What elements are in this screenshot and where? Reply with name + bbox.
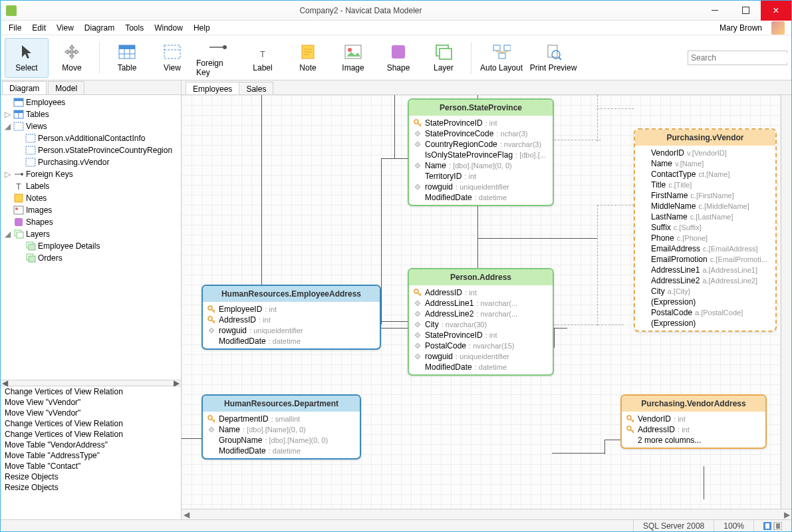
tree-item[interactable]: Images: [1, 204, 181, 216]
tree-item[interactable]: ◢Layers: [1, 228, 181, 240]
print-preview-button[interactable]: Print Preview: [527, 38, 579, 78]
column-row[interactable]: TerritoryID: int: [409, 171, 553, 182]
foreign-key-button[interactable]: Foreign Key: [196, 38, 239, 78]
status-zoom[interactable]: 100%: [714, 520, 753, 532]
column-row[interactable]: EmployeeID: int: [203, 304, 380, 315]
history-item[interactable]: Move Table "Contact": [1, 461, 181, 471]
history-item[interactable]: Change Vertices of View Relation: [1, 429, 181, 440]
menu-tools[interactable]: Tools: [120, 22, 149, 34]
column-row[interactable]: AddressLine1: nvarchar(...: [409, 298, 553, 309]
column-row[interactable]: City: nvarchar(30): [409, 319, 553, 330]
column-row[interactable]: LastName c.[LastName]: [635, 211, 775, 222]
entity-vendoraddress[interactable]: Purchasing.VendorAddress VendorID: intAd…: [620, 394, 767, 449]
column-row[interactable]: ModifiedDate: datetime: [409, 192, 553, 203]
history-panel[interactable]: Change Vertices of View RelationMove Vie…: [1, 386, 181, 519]
column-row[interactable]: AddressLine2: nvarchar(...: [409, 309, 553, 319]
column-row[interactable]: AddressID: int: [622, 424, 765, 435]
column-row[interactable]: City a.[City]: [635, 286, 775, 297]
column-row[interactable]: ContactType ct.[Name]: [635, 169, 775, 180]
tree-item[interactable]: Person.vAdditionalContactInfo: [1, 132, 181, 144]
view-button[interactable]: View: [150, 38, 194, 78]
column-row[interactable]: ModifiedDate: datetime: [203, 336, 380, 346]
column-row[interactable]: StateProvinceID: int: [409, 330, 553, 340]
column-row[interactable]: rowguid: uniqueidentifier: [409, 182, 553, 192]
menu-file[interactable]: File: [3, 22, 27, 34]
history-item[interactable]: Resize Objects: [1, 471, 181, 482]
column-row[interactable]: CountryRegionCode: nvarchar(3): [409, 139, 553, 150]
column-row[interactable]: PostalCode: nvarchar(15): [409, 340, 553, 351]
layer-button[interactable]: Layer: [422, 38, 465, 78]
column-row[interactable]: VendorID: int: [622, 414, 765, 424]
move-button[interactable]: Move: [50, 38, 94, 78]
canvas[interactable]: Person.StateProvince StateProvinceID: in…: [182, 95, 791, 509]
search-box[interactable]: [688, 51, 787, 65]
column-row[interactable]: DepartmentID: smallint: [203, 414, 360, 424]
tree-item[interactable]: ▷Foreign Keys: [1, 168, 181, 180]
tree-item[interactable]: Notes: [1, 192, 181, 204]
history-item[interactable]: Move Table "VendorAddress": [1, 440, 181, 450]
close-button[interactable]: ×: [761, 1, 791, 21]
menu-diagram[interactable]: Diagram: [79, 22, 120, 34]
column-row[interactable]: AddressLine1 a.[AddressLine1]: [635, 265, 775, 275]
sidebar-splitter[interactable]: ◀▶: [1, 380, 181, 386]
column-row[interactable]: EmailPromotion c.[EmailPromoti...: [635, 254, 775, 265]
column-row[interactable]: StateProvinceCode: nchar(3): [409, 128, 553, 139]
column-row[interactable]: (Expression): [635, 318, 775, 329]
history-item[interactable]: Change Vertices of View Relation: [1, 386, 181, 397]
status-view-toggle[interactable]: [753, 520, 791, 532]
tree-item[interactable]: ▷Tables: [1, 108, 181, 120]
column-row[interactable]: 2 more columns...: [622, 435, 765, 446]
tab-employees[interactable]: Employees: [186, 82, 239, 94]
column-row[interactable]: ModifiedDate: datetime: [409, 362, 553, 372]
column-row[interactable]: AddressID: int: [203, 315, 380, 325]
entity-address[interactable]: Person.Address AddressID: intAddressLine…: [408, 268, 554, 376]
column-row[interactable]: rowguid: uniqueidentifier: [409, 351, 553, 362]
column-row[interactable]: Phone c.[Phone]: [635, 233, 775, 243]
column-row[interactable]: ModifiedDate: datetime: [203, 446, 360, 456]
auto-layout-button[interactable]: Auto Layout: [477, 38, 526, 78]
history-item[interactable]: Resize Objects: [1, 482, 181, 493]
column-row[interactable]: Suffix c.[Suffix]: [635, 222, 775, 233]
menu-window[interactable]: Window: [149, 22, 188, 34]
column-row[interactable]: PostalCode a.[PostalCode]: [635, 307, 775, 318]
column-row[interactable]: EmailAddress c.[EmailAddress]: [635, 243, 775, 254]
history-item[interactable]: Move Table "AddressType": [1, 450, 181, 461]
note-button[interactable]: Note: [286, 38, 330, 78]
column-row[interactable]: (Expression): [635, 297, 775, 307]
column-row[interactable]: GroupName: [dbo].[Name](0, 0): [203, 435, 360, 446]
column-row[interactable]: MiddleName c.[MiddleName]: [635, 201, 775, 211]
column-row[interactable]: Name: [dbo].[Name](0, 0): [203, 424, 360, 435]
table-button[interactable]: Table: [105, 38, 149, 78]
history-item[interactable]: Move View "vVendor": [1, 397, 181, 408]
tree-item[interactable]: TLabels: [1, 180, 181, 192]
tab-diagram[interactable]: Diagram: [2, 81, 47, 94]
menu-edit[interactable]: Edit: [27, 22, 51, 34]
tree-item[interactable]: ◢Views: [1, 120, 181, 132]
maximize-button[interactable]: [730, 1, 761, 21]
search-input[interactable]: [691, 53, 791, 63]
tree-item[interactable]: Purchasing.vVendor: [1, 156, 181, 168]
column-row[interactable]: VendorID v.[VendorID]: [635, 148, 775, 158]
history-item[interactable]: Move View "vVendor": [1, 408, 181, 418]
entity-stateprovince[interactable]: Person.StateProvince StateProvinceID: in…: [408, 98, 554, 206]
menu-help[interactable]: Help: [188, 22, 215, 34]
menu-view[interactable]: View: [51, 22, 79, 34]
column-row[interactable]: Name: [dbo].[Name](0, 0): [409, 160, 553, 171]
history-item[interactable]: Change Vertices of View Relation: [1, 418, 181, 429]
column-row[interactable]: Name v.[Name]: [635, 158, 775, 169]
tree-item[interactable]: Shapes: [1, 216, 181, 228]
column-row[interactable]: FirstName c.[FirstName]: [635, 190, 775, 201]
entity-employeeaddress[interactable]: HumanResources.EmployeeAddress EmployeeI…: [201, 285, 381, 350]
column-row[interactable]: StateProvinceID: int: [409, 118, 553, 128]
entity-department[interactable]: HumanResources.Department DepartmentID: …: [201, 394, 361, 460]
tree[interactable]: Employees▷Tables◢ViewsPerson.vAdditional…: [1, 95, 181, 380]
tree-item[interactable]: Orders: [1, 252, 181, 264]
label-button[interactable]: TLabel: [241, 38, 285, 78]
scrollbar-vertical[interactable]: [781, 95, 791, 509]
avatar[interactable]: [771, 21, 785, 35]
column-row[interactable]: rowguid: uniqueidentifier: [203, 325, 380, 336]
select-button[interactable]: Select: [5, 38, 49, 78]
tree-item[interactable]: Employees: [1, 96, 181, 108]
tree-item[interactable]: Person.vStateProvinceCountryRegion: [1, 144, 181, 156]
tab-model[interactable]: Model: [48, 81, 84, 94]
